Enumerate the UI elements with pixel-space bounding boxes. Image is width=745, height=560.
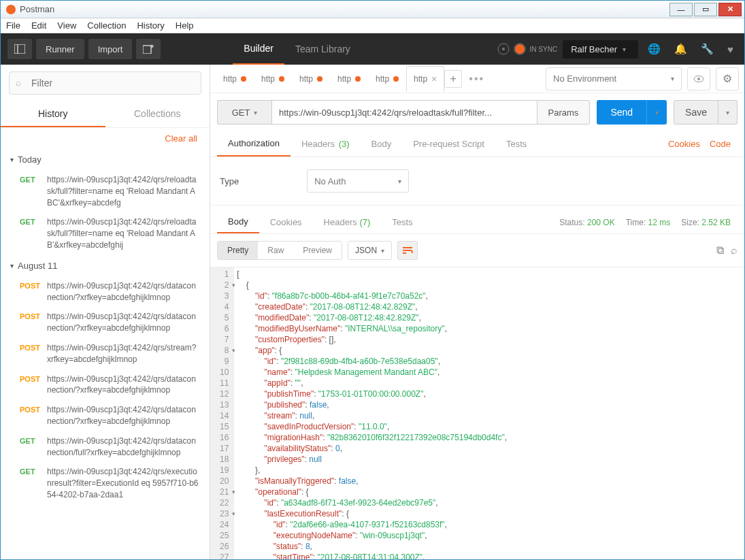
search-response-icon[interactable]: ⌕ [731, 244, 738, 257]
eye-icon [693, 76, 704, 82]
window-title: Postman [20, 4, 54, 14]
wrap-icon [402, 246, 413, 254]
request-row: GET ▾ https://win-09uscp1j3qt:4242/qrs/r… [210, 93, 744, 131]
view-row: Pretty Raw Preview JSON ▾ ⧉ ⌕ [210, 234, 744, 267]
history-item[interactable]: GEThttps://win-09uscp1j3qt:4242/qrs/relo… [1, 212, 210, 254]
line-wrap-button[interactable] [397, 241, 418, 260]
close-button[interactable]: ✕ [718, 3, 742, 16]
chevron-down-icon: ▾ [655, 109, 659, 116]
history-method: POST [20, 311, 47, 334]
save-button[interactable]: Save [674, 100, 718, 125]
history-method: GET [20, 466, 47, 500]
tab-overflow-button[interactable]: ••• [462, 73, 491, 85]
environment-preview-button[interactable] [687, 67, 710, 90]
auth-type-value: No Auth [314, 176, 346, 186]
sync-status[interactable]: IN SYNC [497, 43, 558, 55]
format-select[interactable]: JSON ▾ [348, 241, 392, 260]
search-icon: ⌕ [16, 77, 21, 88]
send-dropdown-button[interactable]: ▾ [646, 100, 667, 125]
tab-collections[interactable]: Collections [105, 101, 210, 127]
tab-team-library[interactable]: Team Library [284, 33, 361, 65]
history-item[interactable]: POSThttps://win-09uscp1j3qt:4242/qrs/dat… [1, 400, 210, 431]
request-tab[interactable]: http× [406, 66, 444, 92]
code-link[interactable]: Code [710, 139, 731, 149]
wrench-icon[interactable]: 🔧 [697, 43, 718, 55]
view-preview-button[interactable]: Preview [293, 242, 342, 259]
close-icon[interactable]: × [431, 73, 437, 84]
settings-button[interactable]: ⚙ [716, 67, 739, 90]
add-tab-button[interactable]: + [444, 70, 462, 88]
app-logo-icon [6, 5, 16, 14]
subtab-authorization[interactable]: Authorization [217, 131, 291, 157]
send-button[interactable]: Send [597, 100, 646, 125]
tab-history[interactable]: History [1, 101, 105, 127]
subtab-body[interactable]: Body [361, 132, 403, 156]
history-item[interactable]: GEThttps://win-09uscp1j3qt:4242/qrs/exec… [1, 462, 210, 504]
history-date-group[interactable]: ▾ August 11 [1, 255, 210, 276]
menu-file[interactable]: File [6, 20, 20, 31]
url-input[interactable]: https://win-09uscp1j3qt:4242/qrs/reloadt… [271, 100, 537, 125]
import-button[interactable]: Import [88, 39, 133, 59]
request-tab[interactable]: http [216, 66, 254, 92]
view-raw-button[interactable]: Raw [258, 242, 293, 259]
environment-select[interactable]: No Environment ▾ [546, 67, 682, 90]
new-window-button[interactable] [136, 39, 161, 59]
menu-history[interactable]: History [137, 20, 164, 31]
user-name: Ralf Becher [571, 44, 617, 54]
history-item[interactable]: POSThttps://win-09uscp1j3qt:4242/qrs/str… [1, 338, 210, 369]
history-item[interactable]: POSThttps://win-09uscp1j3qt:4242/qrs/dat… [1, 369, 210, 401]
bell-icon[interactable]: 🔔 [670, 43, 691, 55]
menu-collection[interactable]: Collection [87, 20, 126, 31]
unsaved-dot-icon [393, 76, 399, 82]
history-list[interactable]: ▾ TodayGEThttps://win-09uscp1j3qt:4242/q… [1, 149, 210, 559]
copy-icon[interactable]: ⧉ [716, 244, 724, 257]
resp-tab-cookies[interactable]: Cookies [259, 212, 313, 233]
request-tab[interactable]: http [254, 66, 292, 92]
params-button[interactable]: Params [537, 100, 591, 125]
history-item[interactable]: POSThttps://win-09uscp1j3qt:4242/qrs/dat… [1, 276, 210, 308]
history-date-group[interactable]: ▾ Today [1, 149, 210, 170]
resp-tab-headers[interactable]: Headers (7) [313, 212, 382, 233]
clear-all-link[interactable]: Clear all [1, 128, 210, 149]
history-url: https://win-09uscp1j3qt:4242/qrs/executi… [47, 466, 200, 500]
response-body[interactable]: 1234567891011121314151617181920212223242… [210, 267, 744, 559]
heart-icon[interactable]: ♥ [723, 44, 738, 55]
filter-input[interactable] [9, 71, 201, 95]
globe-icon[interactable]: 🌐 [644, 43, 665, 55]
view-pretty-button[interactable]: Pretty [218, 242, 258, 259]
request-tab[interactable]: http [292, 66, 330, 92]
auth-type-label: Type [220, 176, 239, 186]
resp-tab-tests[interactable]: Tests [381, 212, 423, 233]
chevron-down-icon: ▾ [623, 46, 626, 53]
tab-builder[interactable]: Builder [233, 33, 284, 65]
subtab-tests[interactable]: Tests [495, 132, 537, 156]
history-item[interactable]: GEThttps://win-09uscp1j3qt:4242/qrs/relo… [1, 170, 210, 212]
sync-label: IN SYNC [530, 46, 558, 53]
subtab-prerequest[interactable]: Pre-request Script [402, 132, 495, 156]
request-subtabs: Authorization Headers (3) Body Pre-reque… [210, 131, 744, 157]
gear-icon: ⚙ [723, 72, 732, 85]
menu-view[interactable]: View [57, 20, 76, 31]
method-value: GET [232, 108, 250, 118]
chevron-down-icon: ▾ [671, 75, 674, 82]
history-url: https://win-09uscp1j3qt:4242/qrs/datacon… [47, 374, 200, 397]
history-item[interactable]: GEThttps://win-09uscp1j3qt:4242/qrs/data… [1, 431, 210, 463]
user-menu-button[interactable]: Ralf Becher ▾ [563, 40, 638, 59]
maximize-button[interactable]: ▭ [694, 3, 717, 16]
cookies-link[interactable]: Cookies [668, 139, 700, 149]
menu-help[interactable]: Help [176, 20, 194, 31]
request-tab[interactable]: http [330, 66, 368, 92]
history-method: GET [20, 435, 47, 459]
request-tab[interactable]: http [368, 66, 406, 92]
menu-edit[interactable]: Edit [31, 20, 46, 31]
minimize-button[interactable]: — [669, 3, 693, 16]
method-select[interactable]: GET ▾ [217, 100, 271, 125]
runner-button[interactable]: Runner [36, 39, 84, 59]
save-dropdown-button[interactable]: ▾ [718, 100, 738, 125]
subtab-headers[interactable]: Headers (3) [291, 132, 361, 156]
chevron-down-icon: ▾ [254, 109, 257, 116]
resp-tab-body[interactable]: Body [217, 211, 259, 233]
auth-type-select[interactable]: No Auth ▾ [307, 169, 409, 193]
history-item[interactable]: POSThttps://win-09uscp1j3qt:4242/qrs/dat… [1, 307, 210, 338]
toggle-sidebar-button[interactable] [7, 39, 32, 59]
